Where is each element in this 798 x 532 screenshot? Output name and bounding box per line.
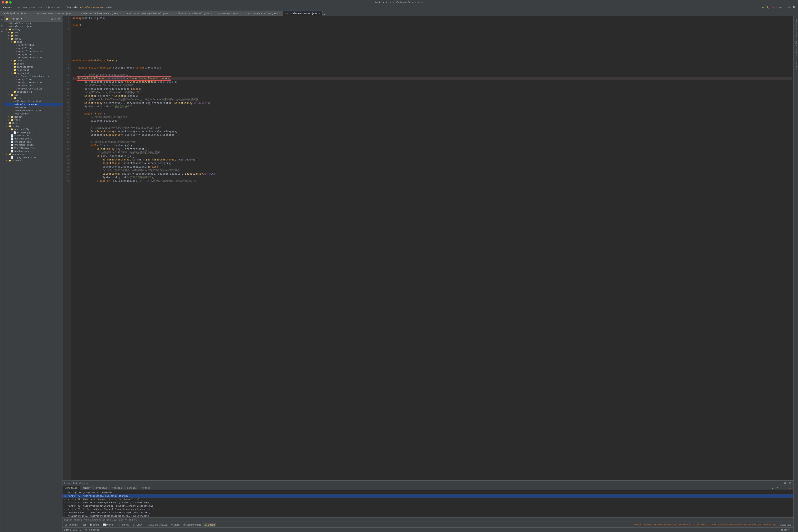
tree-folder-nio[interactable]: ▼📁nio: [4, 93, 62, 97]
step-into-button[interactable]: ↓: [780, 487, 783, 490]
debug-session-name[interactable]: NettyServer: [73, 482, 89, 484]
debug-tab-overhead[interactable]: Overhead: [93, 486, 110, 490]
side-icon-pulrequests[interactable]: PR: [0, 30, 4, 35]
tab-reconnect-nettyserver[interactable]: ☕reconnect/NettyServer.java×: [32, 11, 77, 16]
tree-folder-aio[interactable]: ▶📁aio: [4, 31, 62, 34]
tree-file-nettyserverhandler-base[interactable]: ☕NettyServerHandler: [4, 56, 62, 59]
tree-folder-heartbeat[interactable]: ▶📁heartbeat: [4, 69, 62, 72]
step-over-button[interactable]: ↷: [775, 487, 779, 490]
tree-folder-protobuf[interactable]: ▶📁protobuf: [4, 159, 62, 162]
right-panel-alibaba[interactable]: Alibaba: [794, 58, 798, 70]
sequence-diagram-tab[interactable]: ↔ Sequence Diagram: [144, 523, 168, 527]
tab-abstractniochannel[interactable]: ☕AbstractNioChannel.java×: [174, 11, 215, 16]
tree-folder-chat[interactable]: ▶📁chat: [4, 59, 62, 62]
debug-tab-frames[interactable]: Frames: [139, 486, 153, 490]
tree-folder-base[interactable]: ▼📁base: [4, 40, 62, 43]
stop-button[interactable]: ■: [772, 6, 775, 9]
tree-folder-proto[interactable]: ▼📁proto: [4, 125, 62, 128]
tree-folder-test[interactable]: ▶📁Test: [4, 118, 62, 121]
debug-tab-console[interactable]: Console: [125, 486, 139, 490]
tree-folder-result[interactable]: ▶📁Result: [4, 115, 62, 118]
tree-file-nettyclienthandler-rec[interactable]: ☕NettyClientHandler: [4, 81, 62, 84]
tree-folder-thrift[interactable]: ▶📁thrift: [4, 121, 62, 125]
debug-settings-button[interactable]: ⚙: [783, 481, 787, 485]
debug-frame-5[interactable]: ○ <init>:78, NioServerSocketChannel (io.…: [62, 508, 794, 511]
tree-folder-resources[interactable]: ▼📁resources: [4, 153, 62, 156]
settings-icon[interactable]: ⚙: [787, 6, 791, 9]
tree-file-userbuffer[interactable]: ☕UserBuffer: [4, 112, 62, 115]
tree-file-log4j[interactable]: 📄log4j.properties: [4, 156, 62, 159]
locate-file-button[interactable]: ◎: [54, 18, 57, 20]
tree-folder-netty[interactable]: ▼📁netty: [4, 37, 62, 40]
debug-frame-3[interactable]: ○ <init>:49, AbstractNioMessageChannel (…: [62, 501, 794, 504]
code-editor[interactable]: 1 2 3 4 13 14 15 16 17 18 19 20: [62, 16, 794, 480]
tree-file-nettyclient-rec[interactable]: ☕NettyClient: [4, 78, 62, 81]
debug-filter-button[interactable]: ▽: [788, 481, 792, 485]
debug-tab-memory[interactable]: Memory: [80, 486, 93, 490]
tree-file-nettyserver-rec[interactable]: ☕NettyServer: [4, 84, 62, 87]
tree-file-protomsg3-proto[interactable]: 📄ProtoMsg3.proto: [4, 147, 62, 150]
debug-button[interactable]: 🐛: [766, 6, 771, 9]
debug-tab-threads[interactable]: Threads: [110, 486, 125, 490]
tree-file-nioserver[interactable]: ☕NioServer: [4, 106, 62, 109]
tree-file-randomaccessfiletest[interactable]: ☕RandomAccessFileTest: [4, 109, 62, 112]
tree-file-fileinputstreamtest[interactable]: ☕FileInputStreamTest: [4, 100, 62, 103]
tree-file-lifecycleinbound[interactable]: ☕LifeCycleInBoundHandler: [4, 75, 62, 78]
tree-folder-tuling[interactable]: ▼📁tuling: [4, 28, 62, 31]
code-content[interactable]: package com.tuling.nio; import ... publi…: [71, 16, 794, 480]
tree-folder-directbuffer[interactable]: ▶📁directbuffer: [4, 65, 62, 69]
tree-folder-reconnect[interactable]: ▼📁reconnect: [4, 72, 62, 75]
tree-folder-codec[interactable]: ▶📁codec: [4, 62, 62, 65]
tab-nioselectorserver[interactable]: ☕NioSelectorServer.java×: [283, 11, 322, 16]
tree-file-nioselectorserver[interactable]: ☕NioSelectorServer: [4, 103, 62, 106]
resume-button[interactable]: ▶: [771, 487, 775, 490]
profiler-tab[interactable]: 📊 Profiler: [102, 523, 115, 527]
tree-file-nettyclient-base[interactable]: ☕NettyClient: [4, 46, 62, 50]
spring-tab[interactable]: 🍃 Spring: [88, 523, 100, 527]
tree-file-protomsg-proto[interactable]: 📄ProtoMsg.proto: [4, 131, 62, 134]
tab-abstractbootstrap[interactable]: ☕AbstractBootstrap.java×: [243, 11, 283, 16]
tab-overflow-button[interactable]: ▾: [323, 13, 326, 16]
side-icon-structure[interactable]: S: [0, 23, 3, 29]
tree-item-unsafetest2[interactable]: ☕UnsafeTest2.java: [4, 25, 62, 28]
problems-tab[interactable]: ⚠ Problems: [64, 523, 79, 527]
tab-abstractniomessagechannel[interactable]: ☕AbstractNioMessageChannel.java×: [123, 11, 174, 16]
debug-tab-variables[interactable]: Variables: [62, 486, 80, 490]
tree-file-nettybytebuf[interactable]: ☕NettyByteBuf: [4, 43, 62, 46]
maximize-button[interactable]: [9, 1, 12, 3]
debug-bottom-tab[interactable]: 🐛 Debug: [203, 523, 216, 527]
event-log-button[interactable]: Event Log: [779, 523, 792, 527]
tree-file-message-proto[interactable]: 📄Message.proto: [4, 137, 62, 140]
right-panel-database[interactable]: Database: [794, 16, 798, 29]
debug-frame-2[interactable]: ○ <init>:87, AbstractNioChannel (io.nett…: [62, 498, 794, 501]
project-settings-button[interactable]: ⚙: [58, 18, 61, 20]
tree-item-unsafetest[interactable]: ☕UnsafeTest.java: [4, 22, 62, 25]
git-tab[interactable]: ⑂ Git: [80, 523, 87, 527]
dependencies-tab[interactable]: 🔗 Dependencies: [182, 523, 202, 527]
tree-file-protomsg2-proto[interactable]: 📄ProtoMsg.proto: [4, 144, 62, 147]
run-button[interactable]: ▶: [761, 6, 765, 9]
tab-nelpipeline[interactable]: ☕nelPipeline.java×: [0, 11, 32, 16]
todo-tab[interactable]: ☑ TODO: [131, 523, 143, 527]
build-tab[interactable]: 🔨 Build: [170, 523, 181, 527]
debug-frame-6[interactable]: ○ newInstance0:-1, NativeConstructorAcce…: [62, 511, 794, 514]
project-button[interactable]: ▼ Project: [1, 6, 13, 9]
right-panel-bigdata[interactable]: Big Data Tools: [794, 39, 798, 58]
tree-folder-old[interactable]: ▶📁old: [4, 97, 62, 100]
minimize-button[interactable]: [5, 1, 8, 3]
tree-file-nettyserver-base[interactable]: ☕NettyServer: [4, 53, 62, 56]
step-out-button[interactable]: ↑: [784, 487, 787, 490]
tree-file-nettyserverhandler-rec[interactable]: ☕NettyServerHandler: [4, 87, 62, 90]
stop-debug-button[interactable]: ■: [788, 487, 792, 490]
terminal-tab[interactable]: ⬛ Terminal: [116, 523, 130, 527]
collapse-all-button[interactable]: ⊟: [50, 18, 53, 20]
tab-nioserversocketchannel[interactable]: ☕NioServerSocketChannel.java×: [76, 11, 123, 16]
search-button[interactable]: 🔍: [792, 6, 797, 9]
tab-nioserver[interactable]: ☕NioServer.java×: [215, 11, 243, 16]
git-branch[interactable]: master ↑: [781, 529, 792, 531]
tree-file-student-proto[interactable]: 📄Student.proto: [4, 150, 62, 153]
debug-frame-1[interactable]: ⬡ <init>:78, AbstractChannel (io.netty.c…: [62, 494, 794, 498]
tree-file-protobuf-bat[interactable]: 📄protobuf.bat: [4, 140, 62, 144]
side-icon-project[interactable]: P: [0, 17, 3, 23]
debug-frame-7[interactable]: ○ newInstance:62, NativeConstructorAcces…: [62, 514, 794, 517]
